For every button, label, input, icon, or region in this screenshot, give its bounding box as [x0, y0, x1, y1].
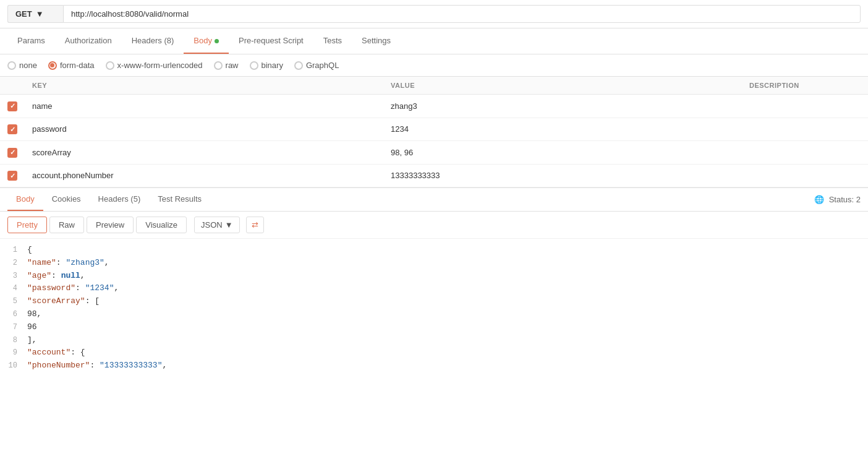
method-label: GET [15, 9, 32, 19]
line-content: "scoreArray": [ [27, 295, 100, 308]
params-table-container: KEY VALUE DESCRIPTION name zhang3 passwo… [0, 77, 868, 187]
radio-circle-none [7, 61, 16, 70]
url-input[interactable] [63, 5, 861, 23]
json-line: 9 "account": { [0, 346, 868, 359]
table-header-row: KEY VALUE DESCRIPTION [0, 77, 868, 95]
line-number: 2 [5, 257, 27, 269]
tab-tests[interactable]: Tests [313, 28, 352, 54]
line-content: "account": { [27, 346, 85, 359]
line-number: 10 [5, 360, 27, 372]
row-description [742, 164, 868, 187]
line-content: "age": null, [27, 270, 85, 283]
row-checkbox[interactable] [7, 148, 17, 158]
json-view: 1{2 "name": "zhang3",3 "age": null,4 "pa… [0, 239, 868, 377]
wrap-btn[interactable]: ⇄ [246, 217, 264, 233]
line-content: ], [27, 334, 37, 347]
table-row: account.phoneNumber 13333333333 [0, 164, 868, 187]
row-checkbox-cell [0, 118, 25, 141]
line-content: 98, [27, 308, 41, 321]
radio-form-data[interactable]: form-data [48, 61, 95, 70]
radio-none[interactable]: none [7, 61, 37, 70]
tab-headers[interactable]: Headers (8) [122, 28, 184, 54]
json-line: 7 96 [0, 321, 868, 334]
radio-urlencoded[interactable]: x-www-form-urlencoded [106, 61, 203, 70]
row-checkbox-cell [0, 141, 25, 165]
row-checkbox[interactable] [7, 124, 17, 134]
json-line: 10 "phoneNumber": "13333333333", [0, 359, 868, 372]
row-checkbox[interactable] [7, 101, 17, 111]
radio-graphql[interactable]: GraphQL [294, 61, 339, 70]
col-description: DESCRIPTION [742, 77, 868, 95]
line-number: 7 [5, 322, 27, 333]
line-number: 3 [5, 270, 27, 282]
line-number: 4 [5, 283, 27, 294]
json-format-select[interactable]: JSON ▼ [194, 217, 240, 233]
tab-settings[interactable]: Settings [352, 28, 401, 54]
line-content: "name": "zhang3", [27, 257, 109, 270]
row-key: account.phoneNumber [25, 164, 383, 187]
request-tabs: Params Authorization Headers (8) Body Pr… [0, 28, 868, 54]
resp-tab-body[interactable]: Body [7, 188, 43, 211]
row-checkbox-cell [0, 164, 25, 187]
json-line: 8 ], [0, 334, 868, 347]
resp-tab-cookies[interactable]: Cookies [43, 188, 90, 211]
line-number: 6 [5, 309, 27, 320]
json-line: 4 "password": "1234", [0, 282, 868, 295]
radio-circle-urlencoded [106, 61, 114, 70]
view-pretty-btn[interactable]: Pretty [7, 217, 47, 233]
view-preview-btn[interactable]: Preview [87, 217, 134, 233]
tab-params[interactable]: Params [7, 28, 55, 54]
response-section: Body Cookies Headers (5) Test Results 🌐 … [0, 187, 868, 377]
tab-prerequest[interactable]: Pre-request Script [229, 28, 313, 54]
col-value: VALUE [383, 77, 742, 95]
radio-circle-form-data [48, 61, 57, 70]
table-row: name zhang3 [0, 95, 868, 118]
line-content: "password": "1234", [27, 282, 119, 295]
line-number: 8 [5, 335, 27, 346]
radio-circle-binary [250, 61, 258, 70]
radio-circle-raw [214, 61, 223, 70]
row-value: zhang3 [383, 95, 742, 118]
status-area: 🌐 Status: 2 [814, 195, 861, 204]
row-description [742, 141, 868, 165]
resp-tab-test-results[interactable]: Test Results [149, 188, 210, 211]
status-text: Status: 2 [829, 195, 861, 204]
view-raw-btn[interactable]: Raw [49, 217, 84, 233]
row-checkbox-cell [0, 95, 25, 118]
json-line: 1{ [0, 244, 868, 257]
radio-raw[interactable]: raw [214, 61, 239, 70]
resp-tab-headers[interactable]: Headers (5) [90, 188, 150, 211]
col-checkbox [0, 77, 25, 95]
json-line: 2 "name": "zhang3", [0, 257, 868, 270]
view-visualize-btn[interactable]: Visualize [136, 217, 187, 233]
row-description [742, 95, 868, 118]
line-content: "phoneNumber": "13333333333", [27, 359, 167, 372]
row-value: 98, 96 [383, 141, 742, 165]
line-content: { [27, 244, 32, 257]
method-chevron: ▼ [36, 9, 44, 19]
response-tabs-row: Body Cookies Headers (5) Test Results 🌐 … [0, 188, 868, 212]
json-chevron-icon: ▼ [225, 220, 233, 230]
json-line: 3 "age": null, [0, 270, 868, 283]
line-number: 9 [5, 347, 27, 359]
tab-authorization[interactable]: Authorization [55, 28, 122, 54]
line-number: 1 [5, 244, 27, 256]
url-bar: GET ▼ [0, 0, 868, 28]
method-select[interactable]: GET ▼ [7, 5, 63, 23]
row-checkbox[interactable] [7, 171, 17, 181]
body-active-dot [215, 39, 219, 43]
radio-binary[interactable]: binary [250, 61, 283, 70]
row-value: 1234 [383, 118, 742, 141]
col-key: KEY [25, 77, 383, 95]
line-number: 5 [5, 296, 27, 307]
radio-circle-graphql [294, 61, 303, 70]
row-key: scoreArray [25, 141, 383, 165]
body-type-row: none form-data x-www-form-urlencoded raw… [0, 54, 868, 77]
tab-body[interactable]: Body [184, 28, 229, 54]
row-description [742, 118, 868, 141]
row-key: password [25, 118, 383, 141]
globe-icon: 🌐 [814, 195, 824, 204]
row-value: 13333333333 [383, 164, 742, 187]
table-row: password 1234 [0, 118, 868, 141]
json-line: 5 "scoreArray": [ [0, 295, 868, 308]
